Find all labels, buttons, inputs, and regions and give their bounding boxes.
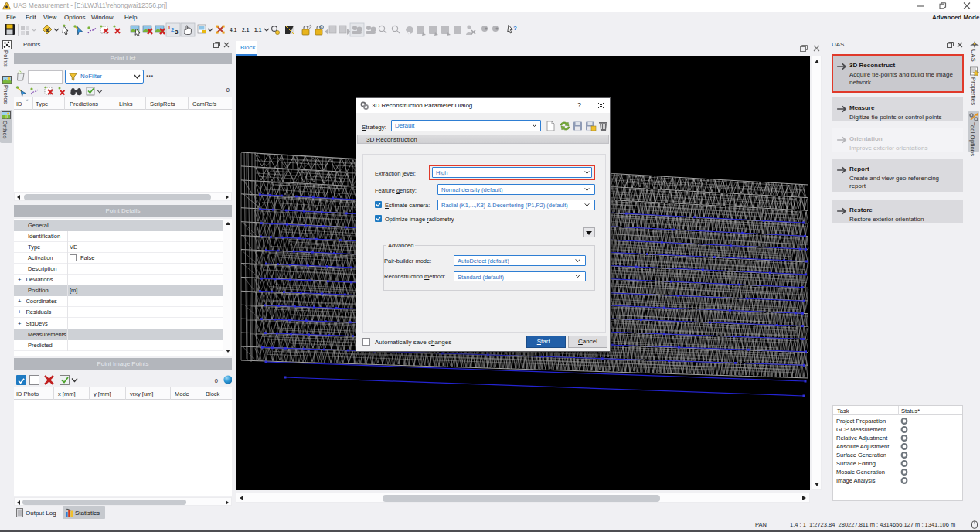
svg-text:Surface Generation: Surface Generation bbox=[836, 452, 886, 459]
svg-text:Relative Adjustment: Relative Adjustment bbox=[836, 435, 888, 442]
svg-text:4:1: 4:1 bbox=[230, 27, 237, 32]
svg-text:?: ? bbox=[513, 25, 517, 32]
svg-text:Mosaic Generation: Mosaic Generation bbox=[836, 469, 885, 476]
svg-text:1:1: 1:1 bbox=[254, 27, 262, 32]
svg-text:2:1: 2:1 bbox=[242, 27, 250, 32]
svg-text:Surface Editing: Surface Editing bbox=[836, 460, 876, 467]
svg-text:Absolute Adjustment: Absolute Adjustment bbox=[836, 443, 890, 450]
svg-text:Image Analysis: Image Analysis bbox=[836, 477, 876, 484]
svg-text:Project Preparation: Project Preparation bbox=[836, 418, 886, 425]
svg-text:3: 3 bbox=[175, 29, 179, 36]
svg-text:GCP Measurement: GCP Measurement bbox=[836, 426, 886, 433]
